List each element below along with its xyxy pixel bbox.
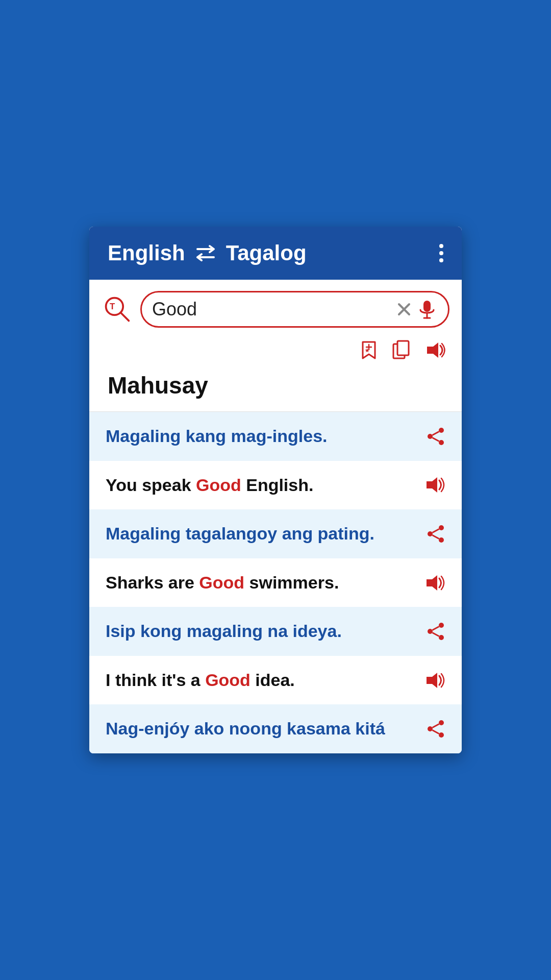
action-icons-row: ★	[89, 333, 462, 362]
target-language-label[interactable]: Tagalog	[226, 241, 307, 265]
highlight-1: Good	[196, 475, 241, 495]
svg-marker-31	[427, 673, 437, 688]
svg-text:T: T	[110, 302, 115, 311]
tagalog-sentence-1: Magaling kang mag-ingles.	[106, 424, 426, 449]
sentence-pair-3: Isip kong magaling na ideya. I think it'…	[89, 607, 462, 704]
svg-line-35	[433, 724, 439, 728]
svg-marker-19	[427, 477, 437, 493]
highlight-3: Good	[205, 670, 251, 690]
share-button-4[interactable]	[426, 720, 445, 738]
header: English Tagalog	[89, 227, 462, 280]
svg-marker-13	[427, 342, 438, 358]
svg-line-24	[433, 535, 439, 538]
microphone-button[interactable]	[416, 300, 438, 319]
svg-point-34	[428, 726, 433, 731]
tagalog-row-3: Isip kong magaling na ideya.	[89, 607, 462, 656]
tagalog-row-4: Nag-enjóy ako noong kasama kitá	[89, 704, 462, 753]
search-area: T	[89, 280, 462, 333]
speaker-button-3[interactable]	[425, 671, 445, 690]
svg-point-16	[428, 434, 433, 439]
svg-line-23	[433, 529, 439, 532]
copy-button[interactable]	[392, 340, 411, 360]
svg-line-30	[433, 633, 439, 636]
swap-languages-icon[interactable]	[194, 244, 217, 262]
svg-line-1	[121, 312, 129, 321]
sentence-pair-4: Nag-enjóy ako noong kasama kitá	[89, 704, 462, 753]
sentence-list: Magaling kang mag-ingles. You speak Good…	[89, 411, 462, 753]
svg-line-18	[433, 437, 439, 441]
search-icon-wrap: T	[102, 293, 133, 325]
speaker-button[interactable]	[425, 340, 445, 360]
source-language-label[interactable]: English	[108, 241, 185, 265]
share-button-3[interactable]	[426, 622, 445, 641]
tagalog-row-2: Magaling tagalangoy ang pating.	[89, 509, 462, 558]
sentence-pair-2: Magaling tagalangoy ang pating. Sharks a…	[89, 509, 462, 607]
highlight-2: Good	[199, 573, 244, 592]
english-sentence-3: I think it's a Good idea.	[106, 668, 425, 693]
svg-line-29	[433, 627, 439, 630]
svg-line-17	[433, 431, 439, 435]
bookmark-button[interactable]: ★	[360, 340, 378, 360]
svg-rect-5	[423, 301, 431, 312]
translated-word: Mahusay	[108, 372, 208, 399]
english-row-1: You speak Good English.	[89, 461, 462, 510]
svg-point-26	[439, 623, 444, 628]
tagalog-row-1: Magaling kang mag-ingles.	[89, 412, 462, 461]
svg-point-21	[439, 537, 444, 543]
english-sentence-1: You speak Good English.	[106, 473, 425, 498]
share-button-1[interactable]	[426, 427, 445, 446]
app-container: English Tagalog T	[89, 227, 462, 753]
svg-point-22	[428, 531, 433, 536]
share-button-2[interactable]	[426, 525, 445, 543]
svg-rect-12	[397, 341, 409, 355]
speaker-button-1[interactable]	[425, 476, 445, 494]
overflow-menu-button[interactable]	[439, 244, 443, 262]
svg-point-33	[439, 732, 444, 738]
svg-point-20	[439, 525, 444, 530]
translation-result: Mahusay	[89, 362, 462, 411]
svg-point-27	[439, 635, 444, 640]
tagalog-sentence-3: Isip kong magaling na ideya.	[106, 619, 426, 644]
svg-point-14	[439, 428, 444, 433]
search-input-wrap	[140, 291, 449, 328]
svg-point-28	[428, 629, 433, 634]
tagalog-sentence-4: Nag-enjóy ako noong kasama kitá	[106, 717, 426, 741]
svg-text:★: ★	[365, 348, 370, 353]
svg-point-32	[439, 720, 444, 725]
menu-dot	[439, 244, 443, 248]
menu-dot	[439, 258, 443, 262]
search-input[interactable]	[152, 299, 392, 320]
svg-line-36	[433, 730, 439, 734]
english-row-2: Sharks are Good swimmers.	[89, 558, 462, 607]
english-row-3: I think it's a Good idea.	[89, 656, 462, 705]
svg-point-15	[439, 440, 444, 445]
sentence-pair-1: Magaling kang mag-ingles. You speak Good…	[89, 412, 462, 509]
english-sentence-2: Sharks are Good swimmers.	[106, 571, 425, 595]
menu-dot	[439, 251, 443, 255]
language-selector-row: English Tagalog	[108, 241, 307, 265]
speaker-button-2[interactable]	[425, 574, 445, 592]
svg-marker-25	[427, 575, 437, 591]
search-translate-icon: T	[103, 295, 132, 324]
search-clear-button[interactable]	[392, 301, 416, 317]
tagalog-sentence-2: Magaling tagalangoy ang pating.	[106, 522, 426, 546]
